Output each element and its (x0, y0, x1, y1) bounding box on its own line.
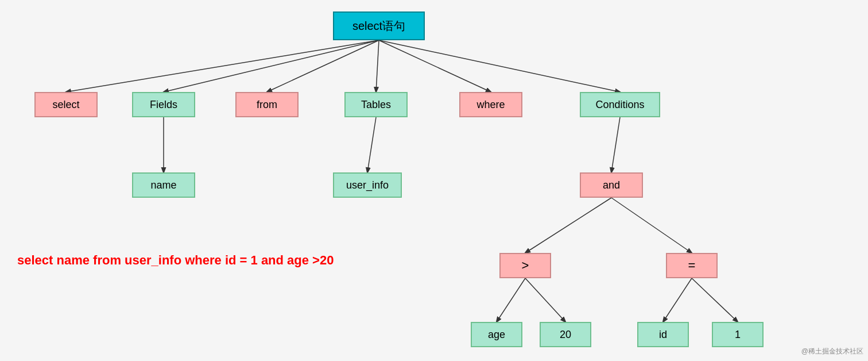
svg-line-13 (663, 278, 692, 322)
node-from-label: from (257, 99, 277, 111)
node-gt-label: > (522, 258, 529, 273)
svg-line-5 (379, 40, 620, 92)
node-twenty-label: 20 (560, 329, 571, 341)
node-id: id (637, 322, 689, 347)
node-age-label: age (488, 329, 505, 341)
node-conditions: Conditions (580, 92, 660, 117)
node-twenty: 20 (540, 322, 591, 347)
svg-line-12 (525, 278, 565, 322)
svg-line-1 (164, 40, 379, 92)
svg-line-4 (379, 40, 491, 92)
node-age: age (471, 322, 522, 347)
svg-line-14 (692, 278, 738, 322)
node-and: and (580, 172, 643, 198)
node-one-label: 1 (735, 329, 741, 341)
node-root-label: select语句 (352, 18, 405, 34)
node-tables: Tables (344, 92, 408, 117)
node-name-label: name (150, 179, 176, 191)
svg-line-3 (376, 40, 379, 92)
node-name: name (132, 172, 195, 198)
node-id-label: id (659, 329, 667, 341)
connection-lines (0, 0, 868, 361)
node-tables-label: Tables (361, 99, 391, 111)
node-where-label: where (476, 99, 505, 111)
node-fields-label: Fields (150, 99, 177, 111)
svg-line-10 (611, 198, 692, 253)
node-user-info: user_info (333, 172, 402, 198)
watermark: @稀土掘金技术社区 (801, 347, 863, 356)
node-root: select语句 (333, 11, 425, 40)
node-eq-label: = (688, 258, 696, 273)
node-eq: = (666, 253, 718, 278)
sql-query-text: select name from user_info where id = 1 … (17, 253, 334, 268)
svg-line-7 (367, 117, 376, 172)
node-select-label: select (52, 99, 79, 111)
node-where: where (459, 92, 522, 117)
diagram: select语句 select Fields from Tables where… (0, 0, 868, 361)
node-and-label: and (603, 179, 620, 191)
watermark-text: @稀土掘金技术社区 (801, 347, 863, 355)
node-select: select (34, 92, 98, 117)
node-conditions-label: Conditions (595, 99, 644, 111)
svg-line-8 (611, 117, 620, 172)
svg-line-2 (267, 40, 379, 92)
svg-line-9 (525, 198, 611, 253)
node-user-info-label: user_info (346, 179, 389, 191)
node-from: from (235, 92, 299, 117)
node-gt: > (499, 253, 551, 278)
sql-query-value: select name from user_info where id = 1 … (17, 253, 334, 267)
svg-line-0 (66, 40, 379, 92)
node-one: 1 (712, 322, 764, 347)
svg-line-11 (497, 278, 525, 322)
node-fields: Fields (132, 92, 195, 117)
